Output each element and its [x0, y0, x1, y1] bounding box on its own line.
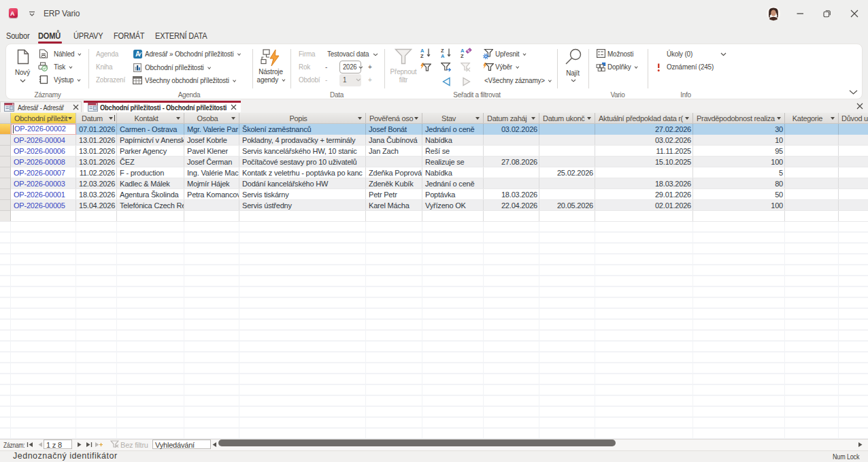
- svg-text:A: A: [135, 50, 140, 58]
- svg-text:Z: Z: [420, 53, 424, 59]
- svg-text:A: A: [441, 53, 445, 59]
- svg-text:Z: Z: [461, 53, 464, 59]
